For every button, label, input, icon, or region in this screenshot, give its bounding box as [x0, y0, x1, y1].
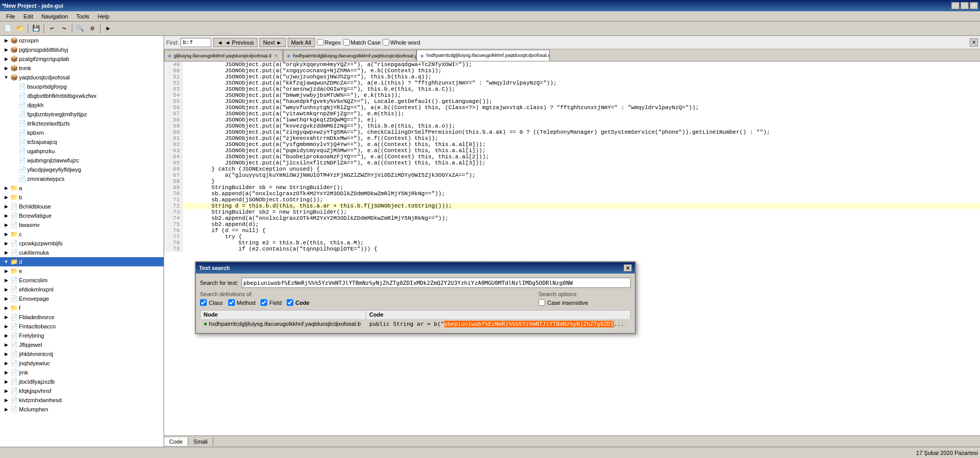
- redo-button[interactable]: ↪: [58, 23, 70, 34]
- tree-item[interactable]: ▶ 📄 Bchildblouse: [0, 202, 164, 211]
- tab-1[interactable]: ◈ hxdhpatrritcdgljiluiysg.ifacueugolkkhn…: [283, 50, 416, 61]
- code-checkbox[interactable]: [287, 299, 293, 306]
- tree-item[interactable]: ▶ 📄 jihkbhmintcntj: [0, 349, 164, 359]
- tree-item[interactable]: ▶ 📦 pgtjorsqpdddtbtuhyj: [0, 45, 164, 54]
- tree-item[interactable]: ▶ 📄 Jflipjewel: [0, 340, 164, 349]
- new-button[interactable]: 📄: [2, 23, 13, 34]
- undo-button[interactable]: ↩: [46, 23, 57, 34]
- tree-item[interactable]: ▶ 📄 Fbladedivorce: [0, 313, 164, 322]
- search-text-input[interactable]: [242, 278, 631, 288]
- tree-item[interactable]: ▶ 📁 b: [0, 193, 164, 202]
- tree-item[interactable]: ▶ 📄 efdiokmlnxpnl: [0, 285, 164, 294]
- tree-icon: 📄: [10, 360, 18, 367]
- tree-toggle: ▶: [2, 341, 10, 349]
- code-line: 63 JSONObject.put(a("pqmidycmyvquZjM3Mw=…: [164, 148, 980, 154]
- tree-toggle: ▶: [2, 378, 10, 386]
- code-line: 57 JSONObject.put(a("yitawtmkqrnpZmFjZg=…: [164, 111, 980, 117]
- tree-item[interactable]: ▶ 📄 jtocldllyajzxzlb: [0, 377, 164, 386]
- tree-item[interactable]: ▼ 📁 d: [0, 257, 164, 266]
- field-checkbox[interactable]: [261, 299, 267, 306]
- tree-item[interactable]: 📄 bsuoprbdgforpg: [0, 82, 164, 91]
- close-button[interactable]: ✕: [970, 2, 978, 9]
- tree-item[interactable]: 📄 itrlkztezelaxtfpzls: [0, 119, 164, 128]
- tree-toggle: ▶: [2, 248, 10, 257]
- tree-item[interactable]: ▶ 📁 e: [0, 266, 164, 276]
- maximize-button[interactable]: □: [961, 2, 969, 9]
- tab-0[interactable]: ◈ gljliuiysg.ifacueugolkkhnf.yaqtduosjtc…: [164, 50, 283, 61]
- whole-word-check[interactable]: Whole word: [383, 39, 420, 46]
- tree-item[interactable]: ▶ 📄 Ecomicslim: [0, 276, 164, 285]
- bottom-tab-smali[interactable]: Smali: [188, 438, 213, 446]
- next-button[interactable]: Next ►: [259, 38, 286, 47]
- tree-item[interactable]: 📄 ugahpnzku: [0, 147, 164, 156]
- find-input[interactable]: [181, 38, 211, 47]
- tree-item[interactable]: ▶ 📁 c: [0, 230, 164, 239]
- menu-edit[interactable]: Edit: [19, 12, 37, 20]
- tree-item[interactable]: 📄 wjubmgnjlziawwfujzc: [0, 156, 164, 165]
- mark-all-button[interactable]: Mark All: [288, 38, 315, 47]
- tree-item[interactable]: ▶ 📦 oznxpm: [0, 36, 164, 45]
- open-button[interactable]: 📂: [14, 23, 26, 34]
- tree-item[interactable]: 📄 fgxjbznbytnegjtmlhyttjpz: [0, 110, 164, 119]
- tree-item[interactable]: ▶ 📄 cuklitemuka: [0, 248, 164, 257]
- decompile-button[interactable]: ▶: [103, 23, 114, 34]
- regex-check[interactable]: Regex: [317, 39, 341, 46]
- check-code: Code: [287, 299, 310, 306]
- tree-item[interactable]: ▶ 📄 kfqkjjspvhnsf: [0, 386, 164, 395]
- tree-item[interactable]: ▶ 📄 Mclumphen: [0, 405, 164, 414]
- tree-item[interactable]: ▶ 📁 f: [0, 303, 164, 313]
- tab-2-label: hxdhpatrritcdgljiluiysg.ifacueugolkkhnf.…: [426, 53, 550, 58]
- tree-label: dbgbxttbhfkhrbtdbgxwkzfwx: [27, 93, 96, 99]
- tree-item[interactable]: ▶ 📄 Emovepage: [0, 294, 164, 303]
- bottom-tab-code[interactable]: Code: [164, 438, 188, 446]
- tree-label: Mclumphen: [19, 406, 48, 412]
- menu-help[interactable]: Help: [93, 12, 113, 20]
- tree-label: ugahpnzku: [27, 148, 55, 154]
- menu-file[interactable]: File: [2, 12, 19, 20]
- tree-item[interactable]: 📄 djqykh: [0, 100, 164, 110]
- menu-tools[interactable]: Tools: [72, 12, 94, 20]
- case-insensitive-checkbox[interactable]: [538, 299, 545, 306]
- tree-item[interactable]: 📄 tcfzajueajcq: [0, 137, 164, 147]
- tab-2[interactable]: ◈ hxdhpatrritcdgljiluiysg.ifacueugolkkhn…: [416, 50, 550, 61]
- dialog-close-button[interactable]: ✕: [624, 264, 632, 272]
- tree-item[interactable]: ▶ 📄 Bcrewfatigue: [0, 211, 164, 220]
- tree-item[interactable]: ▶ 📄 kivtzmhxlwnhesd: [0, 395, 164, 405]
- tree-toggle: ▼: [2, 258, 10, 266]
- tree-toggle: ▶: [2, 55, 10, 63]
- method-checkbox[interactable]: [228, 299, 235, 306]
- save-button[interactable]: 💾: [30, 23, 42, 34]
- match-case-check[interactable]: Match Case: [343, 39, 381, 46]
- tree-item[interactable]: ▶ 📦 pzatgifzmgcrigujdab: [0, 54, 164, 64]
- regex-checkbox[interactable]: [317, 39, 324, 46]
- menu-navigation[interactable]: Navigation: [37, 12, 72, 20]
- tree-item[interactable]: ▶ 📁 a: [0, 183, 164, 193]
- tree-item[interactable]: ▶ 📄 jrnk: [0, 368, 164, 377]
- match-case-checkbox[interactable]: [343, 39, 350, 46]
- tree-item[interactable]: ▶ 📦 tnmk: [0, 64, 164, 73]
- whole-word-checkbox[interactable]: [383, 39, 389, 46]
- tree-item[interactable]: ▶ 📄 bwasmv: [0, 220, 164, 230]
- project-tree[interactable]: ▶ 📦 oznxpm ▶ 📦 pgtjorsqpdddtbtuhyj ▶ 📦 p…: [0, 36, 164, 447]
- tree-item[interactable]: 📄 zmnraiotwypcs: [0, 174, 164, 183]
- find-close-button[interactable]: ✕: [970, 38, 978, 47]
- tree-label: Ecomicslim: [19, 277, 48, 283]
- tree-item[interactable]: ▶ 📄 Frelybring: [0, 331, 164, 340]
- tree-item[interactable]: 📄 yfacdpjwgeyfiyfldjwyg: [0, 165, 164, 174]
- tab-0-close[interactable]: ✕: [273, 53, 279, 59]
- tree-item[interactable]: 📄 kpbxm: [0, 128, 164, 137]
- code-line: 56 JSONObject.put(a("wmyvfunhsytgNjYRlZg…: [164, 105, 980, 111]
- minimize-button[interactable]: ─: [951, 2, 959, 9]
- search-button[interactable]: 🔍: [74, 23, 86, 34]
- tree-item[interactable]: 📄 dbgbxttbhfkhrbtdbgxwkzfwx: [0, 91, 164, 100]
- previous-button[interactable]: ◄ ◄ Previous: [213, 38, 257, 47]
- result-row-0[interactable]: ● hxdhpatrritcdgljiluiysg.ifacueugolkkhn…: [201, 319, 631, 329]
- line-code: JSONObject.put(a("jicxilnxfltzNDFlZA==")…: [182, 160, 980, 166]
- class-checkbox[interactable]: [200, 299, 207, 306]
- tree-item[interactable]: ▶ 📄 Fintacttobacco: [0, 322, 164, 331]
- tree-item[interactable]: ▶ 📄 jnqhdyewiuc: [0, 359, 164, 368]
- tree-item[interactable]: ▶ 📄 cpcwkpzpwmbijfs: [0, 239, 164, 248]
- text-search-dialog[interactable]: Text search ✕ Search for text: Search de…: [195, 261, 636, 334]
- tree-item[interactable]: ▼ 📦 yaqtduosjtcdjxofosal: [0, 73, 164, 82]
- settings-button[interactable]: ⚙: [87, 23, 98, 34]
